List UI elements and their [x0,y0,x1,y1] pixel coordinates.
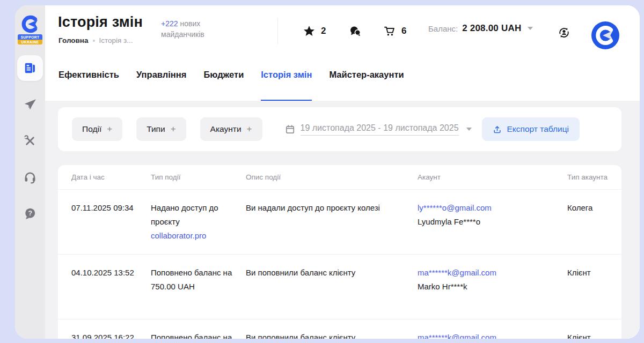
star-icon [303,25,316,38]
tab-bar: Ефективність Управління Бюджети Історія … [45,57,640,101]
account-email-link[interactable]: ly******o@gmail.com [418,201,492,215]
account-email-link[interactable]: ma******k@gmail.com [418,331,496,339]
table-row: 31.09.2025 16:22 Поповнено баланс на 308… [58,319,621,339]
cart-button[interactable]: 6 [383,21,406,41]
column-header-account-type: Тип акаунта [567,173,616,181]
svg-text:?: ? [28,210,32,217]
table-row: 04.10.2025 13:52 Поповнено баланс на 750… [58,255,621,319]
chevron-down-icon [528,27,533,30]
sidebar-item-help[interactable]: ? [17,201,43,227]
cell-account-type: Колега [567,201,616,243]
cart-icon [383,25,396,38]
account-name: Marko Hr****k [418,280,567,294]
filter-events-label: Події [82,124,101,134]
favorites-count: 2 [321,26,326,36]
cell-description: Ви поповнили баланс клієнту [246,266,418,308]
badge-ukraine-label: UKRAINE [18,40,42,45]
account-email-link[interactable]: ma******k@gmail.com [418,266,496,280]
breadcrumb-separator [93,40,95,42]
avatar-logo-icon [591,21,619,49]
filter-events-chip[interactable]: Події + [72,117,122,141]
breadcrumb-home-link[interactable]: Головна [58,36,89,44]
tab-efficiency[interactable]: Ефективність [58,70,119,101]
export-table-label: Експорт таблиці [507,124,569,134]
plus-icon: + [171,124,176,135]
date-range-value: 19 листопада 2025 - 19 листопада 2025 [301,123,459,136]
header: Історія змін Головна Історія з... +222 н… [45,5,640,57]
account-name: Lyudmyla Fe****o [418,215,567,229]
cell-account: ly******o@gmail.com Lyudmyla Fe****o [418,201,567,243]
new-sites-count: +222 [161,19,178,28]
new-sites-link[interactable]: +222 нових майданчиків [161,18,217,40]
news-document-icon [23,61,37,75]
content: Події + Типи + Акаунти + [45,101,640,339]
cell-description: Ви поповнили баланс клієнту [246,331,418,339]
balance-label: Баланс: [428,24,458,33]
header-divider [277,18,278,44]
tab-management[interactable]: Управління [136,70,186,101]
user-avatar[interactable] [591,21,619,49]
support-ukraine-badge: SUPPORT UKRAINE [18,34,42,44]
filter-types-chip[interactable]: Типи + [136,117,186,141]
chevron-down-icon [466,128,472,131]
sidebar-item-tools[interactable] [17,128,43,154]
sidebar-item-telegram[interactable] [17,92,43,117]
cart-count: 6 [401,26,406,36]
tools-icon [23,134,37,148]
tab-budgets[interactable]: Бюджети [203,70,244,101]
plus-icon: + [247,124,252,135]
cell-account-type: Клієнт [567,331,616,339]
event-project-link[interactable]: collaborator.pro [151,229,206,243]
chat-icon [349,25,362,38]
tab-history[interactable]: Історія змін [261,70,312,101]
table-row: 07.11.2025 09:34 Надано доступ до проєкт… [58,190,621,255]
app-logo[interactable]: SUPPORT UKRAINE [18,15,42,44]
column-header-description: Опис події [246,173,418,181]
badge-support-label: SUPPORT [18,34,42,40]
column-header-date: Дата і час [71,173,151,181]
paper-plane-icon [23,98,37,111]
sidebar-item-support[interactable] [17,165,43,190]
cell-date: 31.09.2025 16:22 [71,331,151,339]
tab-master-accounts[interactable]: Майстер-акаунти [329,70,404,101]
export-table-button[interactable]: Експорт таблиці [482,117,580,141]
breadcrumb: Головна Історія з... [58,36,133,44]
history-table: Дата і час Тип події Опис події Акаунт Т… [58,165,621,339]
event-type-text: Поповнено баланс на 750.00 UAH [151,266,246,294]
switch-account-icon [557,26,571,40]
event-type-text: Поповнено баланс на 308.00 UAH [151,331,246,339]
switch-account-button[interactable] [557,26,572,41]
column-header-event-type: Тип події [151,173,246,181]
page-title: Історія змін [58,14,143,31]
plus-icon: + [107,124,112,135]
cell-description: Ви надали доступ до проєкту колезі [246,201,418,243]
collaborator-logo-icon [20,15,40,33]
messages-button[interactable] [349,21,362,41]
cell-account-type: Клієнт [567,266,616,308]
cell-account: ma******k@gmail.com Marko Hr****k [418,331,567,339]
cell-date: 07.11.2025 09:34 [71,201,151,243]
date-range-picker[interactable]: 19 листопада 2025 - 19 листопада 2025 [285,123,472,136]
sidebar-item-catalog[interactable] [17,55,43,81]
sidebar: SUPPORT UKRAINE [15,5,45,339]
table-header-row: Дата і час Тип події Опис події Акаунт Т… [58,165,621,190]
cell-account: ma******k@gmail.com Marko Hr****k [418,266,567,308]
upload-icon [493,125,502,134]
calendar-icon [285,124,295,135]
filter-types-label: Типи [147,124,165,134]
headset-icon [23,170,37,184]
app-window: SUPPORT UKRAINE [15,5,640,339]
balance-value: 2 208.00 UAH [462,23,521,34]
filter-accounts-chip[interactable]: Акаунти + [200,117,262,141]
favorites-button[interactable]: 2 [303,21,326,41]
main-area: Історія змін Головна Історія з... +222 н… [45,5,640,339]
filter-accounts-label: Акаунти [210,124,241,134]
help-bubble-icon: ? [23,207,37,221]
column-header-account: Акаунт [418,173,567,181]
event-type-text: Надано доступ до проєкту [151,201,246,229]
balance-selector[interactable]: Баланс: 2 208.00 UAH [428,23,533,34]
cell-event-type: Поповнено баланс на 750.00 UAH [151,266,246,308]
cell-date: 04.10.2025 13:52 [71,266,151,308]
cell-event-type: Надано доступ до проєкту collaborator.pr… [151,201,246,243]
cell-event-type: Поповнено баланс на 308.00 UAH [151,331,246,339]
